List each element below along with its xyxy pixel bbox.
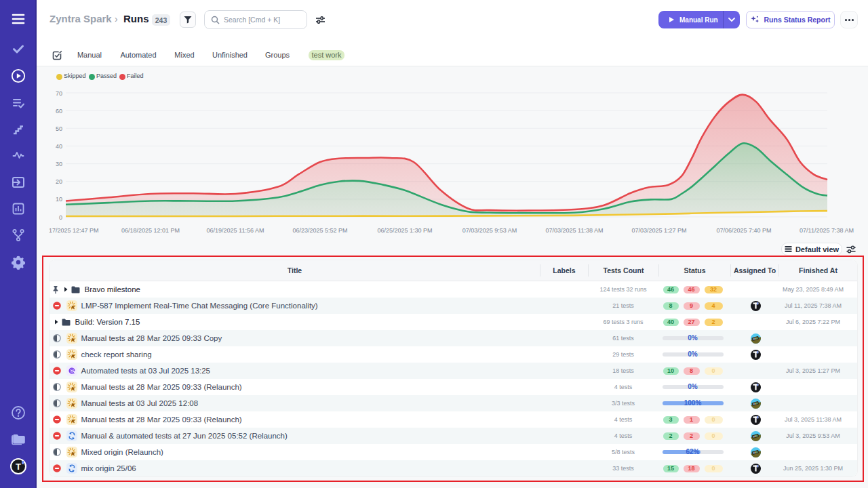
svg-text:07/03/2025 1:27 PM: 07/03/2025 1:27 PM [631, 227, 686, 234]
svg-text:30: 30 [56, 161, 62, 167]
svg-text:06/19/2025 11:56 AM: 06/19/2025 11:56 AM [207, 227, 264, 234]
svg-text:17/2025 12:47 PM: 17/2025 12:47 PM [49, 227, 99, 234]
svg-text:06/25/2025 1:30 PM: 06/25/2025 1:30 PM [377, 227, 432, 234]
svg-text:40: 40 [56, 143, 62, 150]
svg-text:0: 0 [59, 214, 62, 221]
svg-text:06/18/2025 12:01 PM: 06/18/2025 12:01 PM [121, 227, 180, 234]
svg-text:50: 50 [56, 125, 62, 132]
svg-text:60: 60 [56, 108, 62, 115]
svg-text:70: 70 [56, 90, 62, 97]
svg-text:06/23/2025 5:52 PM: 06/23/2025 5:52 PM [292, 227, 347, 234]
svg-text:20: 20 [56, 178, 62, 185]
svg-text:07/03/2025 9:53 AM: 07/03/2025 9:53 AM [462, 227, 517, 234]
svg-text:07/06/2025 7:40 PM: 07/06/2025 7:40 PM [716, 227, 771, 234]
svg-text:07/11/2025 7:38 AM: 07/11/2025 7:38 AM [800, 227, 854, 234]
svg-text:07/03/2025 11:38 AM: 07/03/2025 11:38 AM [546, 227, 604, 234]
svg-text:10: 10 [56, 196, 62, 203]
